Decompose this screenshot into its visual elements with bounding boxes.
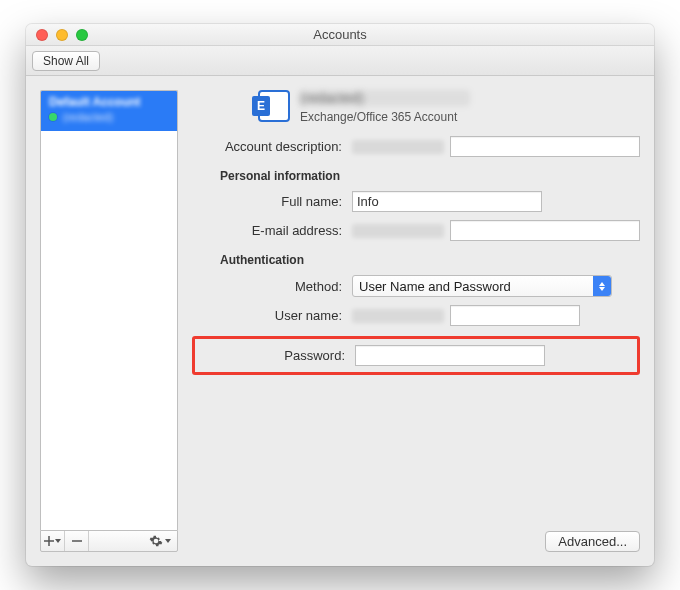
minimize-window-button[interactable]	[56, 29, 68, 41]
exchange-icon: E	[258, 90, 290, 122]
redacted-text	[352, 140, 444, 154]
account-description-label: Account description:	[192, 139, 342, 154]
password-row-highlight: Password:	[192, 336, 640, 375]
sidebar-options-button[interactable]	[143, 531, 177, 551]
toolbar: Show All	[26, 46, 654, 76]
redacted-text	[352, 224, 444, 238]
advanced-button[interactable]: Advanced...	[545, 531, 640, 552]
account-type-label: Exchange/Office 365 Account	[300, 110, 470, 124]
password-label: Password:	[195, 348, 345, 363]
chevron-down-icon	[165, 539, 171, 543]
chevron-down-icon	[55, 539, 61, 543]
select-arrows-icon	[593, 276, 611, 296]
account-detail-panel: E (redacted) Exchange/Office 365 Account…	[192, 90, 640, 552]
add-account-button[interactable]	[41, 531, 65, 551]
authentication-section: Authentication	[192, 253, 640, 267]
full-name-label: Full name:	[192, 194, 342, 209]
email-label: E-mail address:	[192, 223, 342, 238]
email-input[interactable]	[450, 220, 640, 241]
personal-information-section: Personal information	[192, 169, 640, 183]
account-description-input[interactable]	[450, 136, 640, 157]
auth-method-select[interactable]: User Name and Password	[352, 275, 612, 297]
password-input[interactable]	[355, 345, 545, 366]
accounts-window: Accounts Show All Default Account (redac…	[26, 24, 654, 566]
remove-account-button[interactable]	[65, 531, 89, 551]
zoom-window-button[interactable]	[76, 29, 88, 41]
show-all-button[interactable]: Show All	[32, 51, 100, 71]
auth-method-value: User Name and Password	[359, 279, 511, 294]
window-title: Accounts	[26, 27, 654, 42]
traffic-lights	[26, 29, 88, 41]
redacted-text	[352, 309, 444, 323]
account-list-item[interactable]: Default Account (redacted)	[41, 91, 177, 131]
full-name-input[interactable]	[352, 191, 542, 212]
account-item-title: Default Account	[49, 95, 169, 109]
account-item-subtitle: (redacted)	[63, 111, 113, 123]
gear-icon	[149, 534, 163, 548]
method-label: Method:	[192, 279, 342, 294]
close-window-button[interactable]	[36, 29, 48, 41]
username-input[interactable]	[450, 305, 580, 326]
username-label: User name:	[192, 308, 342, 323]
status-indicator-icon	[49, 113, 57, 121]
sidebar-footer	[40, 530, 178, 552]
accounts-sidebar: Default Account (redacted)	[40, 90, 178, 530]
minus-icon	[72, 536, 82, 546]
account-name: (redacted)	[300, 90, 470, 106]
titlebar: Accounts	[26, 24, 654, 46]
plus-icon	[44, 536, 54, 546]
